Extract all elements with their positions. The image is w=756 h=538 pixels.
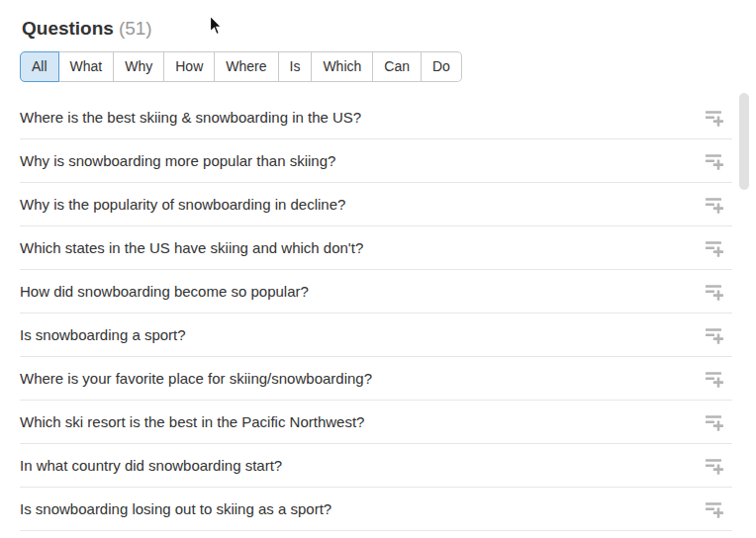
question-row[interactable]: Where is your favorite place for skiing/…	[20, 357, 732, 401]
question-text: Is snowboarding losing out to skiing as …	[20, 499, 331, 519]
page-title: Questions(51)	[0, 0, 756, 41]
question-row[interactable]: Is snowboarding a sport?	[20, 314, 732, 357]
question-text: Is snowboarding a sport?	[20, 325, 186, 345]
question-list: Where is the best skiing & snowboarding …	[20, 96, 732, 531]
tab-can[interactable]: Can	[373, 51, 422, 82]
question-row[interactable]: Which ski resort is the best in the Paci…	[20, 401, 732, 444]
tab-what[interactable]: What	[59, 51, 115, 82]
add-to-list-icon[interactable]	[706, 109, 723, 127]
question-row[interactable]: Where is the best skiing & snowboarding …	[20, 96, 732, 139]
add-to-list-icon[interactable]	[706, 370, 723, 388]
question-row[interactable]: Why is the popularity of snowboarding in…	[20, 183, 732, 226]
question-row[interactable]: How did snowboarding become so popular?	[20, 270, 732, 314]
question-row[interactable]: Why is snowboarding more popular than sk…	[20, 139, 732, 183]
scrollbar-thumb[interactable]	[739, 93, 749, 190]
question-row[interactable]: Is snowboarding losing out to skiing as …	[20, 488, 732, 531]
question-row[interactable]: In what country did snowboarding start?	[20, 444, 732, 488]
question-text: In what country did snowboarding start?	[20, 456, 282, 476]
question-count: (51)	[119, 18, 152, 39]
tab-how[interactable]: How	[164, 51, 215, 82]
tab-do[interactable]: Do	[422, 51, 462, 82]
question-text: Where is the best skiing & snowboarding …	[20, 108, 361, 128]
add-to-list-icon[interactable]	[706, 283, 723, 301]
tab-which[interactable]: Which	[312, 51, 373, 82]
add-to-list-icon[interactable]	[706, 326, 723, 344]
page-title-text: Questions	[22, 18, 114, 39]
question-text: Why is snowboarding more popular than sk…	[20, 151, 335, 171]
add-to-list-icon[interactable]	[706, 413, 723, 431]
tab-why[interactable]: Why	[114, 51, 164, 82]
question-row[interactable]: Which states in the US have skiing and w…	[20, 226, 732, 270]
tab-all[interactable]: All	[20, 51, 59, 82]
add-to-list-icon[interactable]	[706, 500, 723, 518]
question-text: Which states in the US have skiing and w…	[20, 238, 363, 258]
questions-panel: Questions(51) All What Why How Where Is …	[0, 0, 756, 538]
add-to-list-icon[interactable]	[706, 196, 723, 214]
question-text: Why is the popularity of snowboarding in…	[20, 195, 345, 215]
tab-where[interactable]: Where	[215, 51, 278, 82]
question-text: Which ski resort is the best in the Paci…	[20, 412, 364, 432]
question-text: Where is your favorite place for skiing/…	[20, 369, 372, 389]
question-filter-tabs: All What Why How Where Is Which Can Do	[20, 51, 462, 82]
tab-is[interactable]: Is	[279, 51, 313, 82]
add-to-list-icon[interactable]	[706, 457, 723, 475]
question-text: How did snowboarding become so popular?	[20, 282, 309, 302]
add-to-list-icon[interactable]	[706, 152, 723, 170]
add-to-list-icon[interactable]	[706, 239, 723, 257]
